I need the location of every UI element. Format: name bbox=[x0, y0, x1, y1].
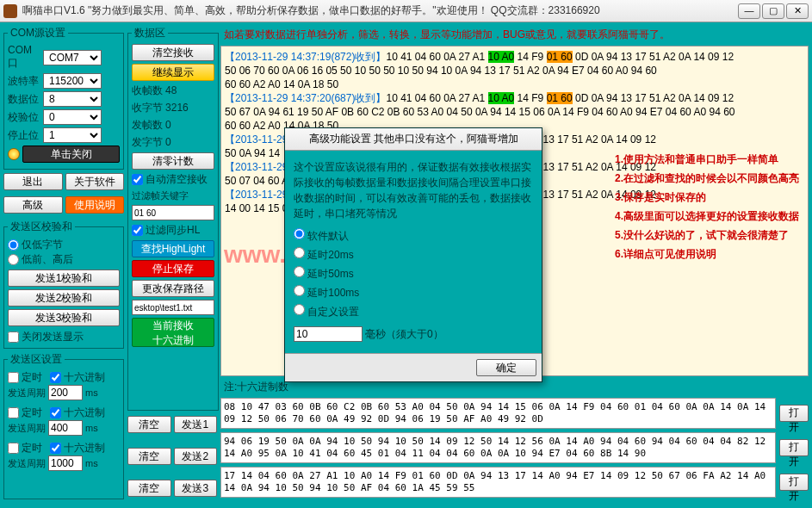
hex2-checkbox[interactable] bbox=[50, 407, 61, 418]
tx-data-2[interactable]: 94 06 19 50 0A 0A 94 10 50 94 10 50 14 0… bbox=[220, 432, 776, 463]
txchk-legend: 发送区校验和 bbox=[8, 220, 75, 234]
hex-rx-button[interactable]: 当前接收 十六进制 bbox=[132, 318, 214, 347]
lowonly-radio[interactable] bbox=[8, 239, 19, 251]
timer3-checkbox[interactable] bbox=[8, 443, 19, 454]
dialog-description: 这个设置应该说很有用的，保证数据有效接收根据实际接收的每帧数据量和数据接收间隔合… bbox=[294, 159, 533, 221]
save-path-input[interactable] bbox=[132, 300, 214, 315]
dataarea-legend: 数据区 bbox=[132, 26, 168, 40]
clear-rx-button[interactable]: 清空接收 bbox=[132, 44, 214, 61]
continue-display-button[interactable]: 继续显示 bbox=[132, 64, 214, 81]
send1-chk-button[interactable]: 发送1校验和 bbox=[8, 269, 120, 287]
send1-button[interactable]: 发送1 bbox=[174, 416, 218, 433]
stop-select[interactable]: 1 bbox=[43, 127, 102, 143]
auto-clear-checkbox[interactable] bbox=[132, 174, 143, 185]
parity-label: 校验位 bbox=[8, 110, 40, 125]
stop-save-button[interactable]: 停止保存 bbox=[132, 260, 214, 277]
info-bar: 如若要对数据进行单独分析，筛选，转换，显示等功能增加，BUG或意见，就要联系阿猫… bbox=[220, 26, 809, 44]
filter-sync-checkbox[interactable] bbox=[132, 225, 143, 236]
data-area-group: 数据区 清空接收 继续显示 收帧数 48 收字节 3216 发帧数 0 发字节 … bbox=[127, 26, 219, 411]
minimize-button[interactable]: — bbox=[738, 3, 760, 19]
toggle-port-button[interactable]: 单击关闭 bbox=[22, 146, 120, 163]
dialog-icon bbox=[292, 133, 304, 146]
parity-select[interactable]: 0 bbox=[43, 109, 102, 125]
status-led-icon bbox=[8, 148, 20, 160]
tx-settings-group: 发送区设置 定时 十六进制 发送周期ms 定时 十六进制 发送周期ms 定时 十… bbox=[3, 352, 124, 499]
open3-button[interactable]: 打开 bbox=[779, 474, 809, 491]
custom-ms-label: 毫秒（须大于0） bbox=[365, 326, 443, 342]
clear3-button[interactable]: 清空 bbox=[127, 480, 171, 497]
open1-button[interactable]: 打开 bbox=[779, 405, 809, 422]
app-icon bbox=[3, 4, 17, 18]
default-radio[interactable] bbox=[294, 228, 305, 239]
about-button[interactable]: 关于软件 bbox=[65, 173, 125, 190]
tx-bytes-value: 0 bbox=[165, 136, 171, 148]
dialog-title: 高级功能设置 其他串口没有这个，阿猫哥增加 bbox=[309, 132, 518, 146]
port-select[interactable]: COM7 bbox=[43, 50, 102, 65]
com-settings-group: COM源设置 COM口COM7 波特率115200 数据位8 校验位0 停止位1… bbox=[3, 26, 124, 170]
send2-chk-button[interactable]: 发送2校验和 bbox=[8, 289, 120, 307]
change-path-button[interactable]: 更改保存路径 bbox=[132, 280, 214, 297]
period1-input[interactable] bbox=[48, 385, 83, 400]
com-legend: COM源设置 bbox=[8, 26, 68, 40]
tx-checksum-group: 发送区校验和 仅低字节 低前、高后 发送1校验和 发送2校验和 发送3校验和 关… bbox=[3, 220, 124, 349]
lowhigh-radio[interactable] bbox=[8, 254, 19, 265]
send3-button[interactable]: 发送3 bbox=[174, 480, 218, 497]
window-title: 啊猫串口V1.6 "努力做到最实用、简单、高效，帮助分析保存数据，做串口数据的好… bbox=[22, 3, 738, 18]
delay20-radio[interactable] bbox=[294, 247, 305, 258]
close-txdisp-checkbox[interactable] bbox=[8, 331, 19, 343]
clear1-button[interactable]: 清空 bbox=[127, 416, 171, 433]
send3-chk-button[interactable]: 发送3校验和 bbox=[8, 309, 120, 326]
custom-radio[interactable] bbox=[294, 304, 305, 315]
custom-ms-input[interactable] bbox=[294, 326, 363, 342]
rx-frames-value: 48 bbox=[165, 84, 177, 96]
rx-bytes-value: 3216 bbox=[165, 102, 189, 114]
titlebar: 啊猫串口V1.6 "努力做到最实用、简单、高效，帮助分析保存数据，做串口数据的好… bbox=[0, 0, 812, 22]
close-button[interactable]: ✕ bbox=[786, 3, 809, 19]
hex1-checkbox[interactable] bbox=[50, 372, 61, 383]
tx-data-1[interactable]: 08 10 47 03 60 0B 60 C2 0B 60 53 A0 04 5… bbox=[220, 398, 776, 429]
stop-label: 停止位 bbox=[8, 128, 40, 143]
exit-button[interactable]: 退出 bbox=[3, 173, 63, 190]
open2-button[interactable]: 打开 bbox=[779, 439, 809, 456]
timer2-checkbox[interactable] bbox=[8, 407, 19, 418]
baud-label: 波特率 bbox=[8, 74, 40, 89]
send2-button[interactable]: 发送2 bbox=[174, 448, 218, 465]
port-label: COM口 bbox=[8, 44, 40, 71]
timer1-checkbox[interactable] bbox=[8, 372, 19, 383]
zero-count-button[interactable]: 清零计数 bbox=[132, 152, 214, 170]
data-select[interactable]: 8 bbox=[43, 91, 102, 107]
baud-select[interactable]: 115200 bbox=[43, 73, 102, 89]
ok-button[interactable]: 确定 bbox=[476, 359, 536, 376]
find-highlight-button[interactable]: 查找HighLight bbox=[132, 240, 214, 257]
maximize-button[interactable]: ▢ bbox=[762, 3, 784, 19]
hex3-checkbox[interactable] bbox=[50, 443, 61, 454]
tx-frames-value: 0 bbox=[165, 119, 171, 131]
txset-legend: 发送区设置 bbox=[8, 352, 65, 367]
feature-notes: 1.使用方法和普通串口助手一样简单 2.在过滤和查找的时候会以不同颜色高亮 3.… bbox=[615, 150, 799, 263]
delay50-radio[interactable] bbox=[294, 266, 305, 277]
period2-input[interactable] bbox=[48, 420, 83, 436]
advanced-settings-dialog: 高级功能设置 其他串口没有这个，阿猫哥增加 这个设置应该说很有用的，保证数据有效… bbox=[284, 127, 542, 382]
advanced-button[interactable]: 高级 bbox=[3, 196, 63, 214]
data-label: 数据位 bbox=[8, 92, 40, 107]
tx-data-3[interactable]: 17 14 04 60 0A 27 A1 10 A0 14 F9 01 60 0… bbox=[220, 467, 776, 498]
clear2-button[interactable]: 清空 bbox=[127, 448, 171, 465]
period3-input[interactable] bbox=[48, 455, 83, 471]
delay100-radio[interactable] bbox=[294, 285, 305, 296]
help-button[interactable]: 使用说明 bbox=[65, 196, 125, 214]
filter-keyword-input[interactable] bbox=[132, 205, 214, 220]
